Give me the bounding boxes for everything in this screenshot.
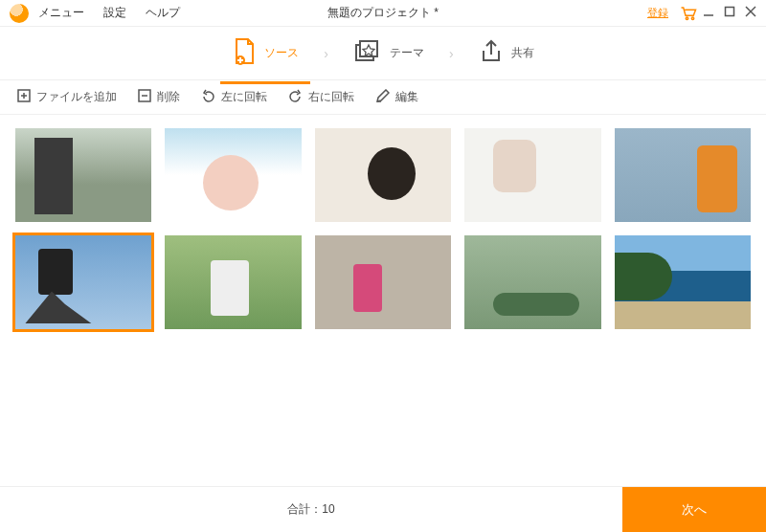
thumbnail-selected[interactable] bbox=[15, 235, 151, 329]
thumbnail[interactable] bbox=[165, 235, 301, 329]
svg-point-1 bbox=[691, 17, 693, 19]
add-file-button[interactable]: ファイルを追加 bbox=[17, 89, 117, 105]
edit-pencil-icon bbox=[375, 89, 390, 106]
step-theme[interactable]: テーマ bbox=[349, 29, 428, 78]
thumbnail[interactable] bbox=[464, 235, 600, 329]
total-count: 合計：10 bbox=[0, 501, 622, 518]
thumbnail[interactable] bbox=[464, 128, 600, 222]
step-source[interactable]: ソース bbox=[228, 28, 303, 78]
thumbnail[interactable] bbox=[315, 128, 451, 222]
footer-bar: 合計：10 次へ bbox=[0, 486, 766, 532]
share-export-icon bbox=[479, 39, 504, 67]
edit-label: 編集 bbox=[395, 89, 418, 105]
thumbnail[interactable] bbox=[615, 128, 751, 222]
rotate-right-label: 右に回転 bbox=[308, 89, 354, 105]
plus-box-icon bbox=[17, 89, 31, 105]
minimize-button[interactable] bbox=[703, 6, 714, 20]
add-file-label: ファイルを追加 bbox=[36, 89, 117, 105]
step-source-label: ソース bbox=[264, 45, 299, 61]
thumbnail-grid bbox=[0, 115, 766, 486]
theme-star-icon bbox=[353, 38, 382, 68]
edit-button[interactable]: 編集 bbox=[375, 89, 418, 106]
menu-settings[interactable]: 設定 bbox=[103, 5, 126, 21]
document-add-icon bbox=[232, 37, 257, 69]
maximize-button[interactable] bbox=[724, 6, 735, 20]
thumbnail[interactable] bbox=[315, 235, 451, 329]
register-link[interactable]: 登録 bbox=[647, 6, 668, 20]
menu-help[interactable]: ヘルプ bbox=[146, 5, 180, 21]
rotate-right-icon bbox=[288, 89, 303, 106]
svg-point-0 bbox=[686, 17, 687, 19]
rotate-right-button[interactable]: 右に回転 bbox=[288, 89, 354, 106]
cart-icon[interactable] bbox=[680, 6, 697, 21]
minus-box-icon bbox=[138, 89, 151, 105]
svg-rect-3 bbox=[726, 8, 734, 16]
close-button[interactable] bbox=[745, 6, 756, 20]
menu-bar: メニュー 設定 ヘルプ 無題のプロジェクト * 登録 bbox=[0, 0, 766, 27]
thumbnail[interactable] bbox=[165, 128, 301, 222]
step-theme-label: テーマ bbox=[390, 45, 424, 61]
chevron-right-icon: › bbox=[324, 46, 328, 61]
delete-button[interactable]: 削除 bbox=[138, 89, 180, 105]
app-logo bbox=[10, 4, 29, 23]
menu-menu[interactable]: メニュー bbox=[38, 5, 84, 21]
rotate-left-label: 左に回転 bbox=[221, 89, 267, 105]
delete-label: 削除 bbox=[157, 89, 180, 105]
step-share-label: 共有 bbox=[511, 45, 534, 61]
thumbnail[interactable] bbox=[615, 235, 751, 329]
rotate-left-icon bbox=[201, 89, 215, 106]
chevron-right-icon: › bbox=[449, 46, 454, 61]
thumbnail[interactable] bbox=[15, 128, 151, 222]
step-tabs: ソース › テーマ › 共有 bbox=[0, 27, 766, 80]
step-share[interactable]: 共有 bbox=[475, 30, 538, 77]
next-button[interactable]: 次へ bbox=[622, 487, 766, 533]
actions-toolbar: ファイルを追加 削除 左に回転 右に回転 編集 bbox=[0, 80, 766, 115]
rotate-left-button[interactable]: 左に回転 bbox=[201, 89, 267, 106]
